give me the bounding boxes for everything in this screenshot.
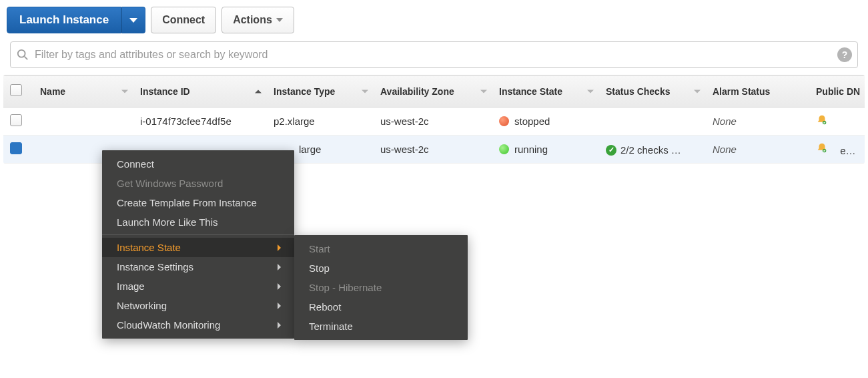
cell-state: running	[492, 136, 599, 164]
header-select-all[interactable]	[3, 75, 33, 108]
ctx-stop-hibernate: Stop - Hibernate	[294, 278, 468, 297]
cell-alarm: None	[706, 108, 809, 136]
table-header-row: Name Instance ID Instance Type Availabil…	[3, 75, 865, 108]
connect-button[interactable]: Connect	[151, 7, 216, 33]
header-instance-state[interactable]: Instance State	[492, 75, 599, 108]
cell-state: stopped	[492, 108, 599, 136]
alarm-bell-icon[interactable]	[816, 142, 828, 154]
row-checkbox[interactable]	[10, 142, 22, 154]
launch-instance-dropdown[interactable]	[121, 7, 145, 33]
ctx-connect[interactable]: Connect	[102, 154, 294, 174]
state-dot-icon	[499, 116, 509, 126]
header-status-checks[interactable]: Status Checks	[599, 75, 706, 108]
caret-down-icon	[129, 18, 137, 23]
sort-caret-icon	[480, 89, 487, 93]
header-availability-zone[interactable]: Availability Zone	[374, 75, 492, 108]
cell-az: us-west-2c	[374, 108, 492, 136]
cell-alarm: None	[706, 136, 809, 164]
header-instance-id[interactable]: Instance ID	[133, 75, 267, 108]
cell-alarm-icon[interactable]	[809, 108, 865, 136]
ctx-instance-settings[interactable]: Instance Settings	[102, 257, 294, 276]
cell-dns: ec2-54-20	[809, 136, 865, 164]
divider	[102, 234, 294, 235]
launch-instance-split-button: Launch Instance	[7, 7, 145, 33]
ctx-terminate[interactable]: Terminate	[294, 317, 468, 336]
ctx-start: Start	[294, 239, 468, 258]
ctx-get-windows-password: Get Windows Password	[102, 174, 294, 193]
sort-caret-icon	[694, 89, 701, 93]
cell-status-checks	[599, 108, 706, 136]
ctx-launch-more[interactable]: Launch More Like This	[102, 212, 294, 232]
caret-down-icon	[276, 18, 283, 22]
chevron-right-icon	[278, 303, 281, 309]
check-ok-icon: ✓	[606, 145, 616, 156]
help-icon[interactable]: ?	[837, 47, 852, 62]
header-instance-type[interactable]: Instance Type	[267, 75, 374, 108]
sort-caret-icon	[121, 89, 128, 93]
cell-instance-type: p2.xlarge	[267, 108, 374, 136]
search-icon	[16, 48, 29, 61]
sort-caret-icon	[362, 89, 368, 93]
cell-status-checks: ✓ 2/2 checks …	[599, 136, 706, 164]
chevron-right-icon	[278, 283, 281, 290]
svg-point-0	[18, 50, 25, 57]
sort-caret-icon	[587, 89, 594, 93]
chevron-right-icon	[278, 244, 281, 251]
header-name[interactable]: Name	[33, 75, 133, 108]
context-menu: Connect Get Windows Password Create Temp…	[102, 150, 294, 339]
ctx-networking[interactable]: Networking	[102, 296, 294, 315]
context-submenu-instance-state: Start Stop Stop - Hibernate Reboot Termi…	[294, 235, 468, 340]
header-alarm-status[interactable]: Alarm Status	[706, 75, 809, 108]
svg-line-1	[25, 57, 28, 60]
cell-name	[33, 108, 133, 136]
ctx-instance-state[interactable]: Instance State	[102, 238, 294, 257]
toolbar: Launch Instance Connect Actions	[0, 0, 868, 41]
actions-button[interactable]: Actions	[222, 7, 294, 33]
chevron-right-icon	[278, 322, 281, 329]
actions-label: Actions	[233, 14, 272, 26]
table-row[interactable]: i-0174f73cfee74df5e p2.xlarge us-west-2c…	[3, 108, 865, 136]
filter-input[interactable]	[35, 49, 832, 61]
ctx-create-template[interactable]: Create Template From Instance	[102, 193, 294, 212]
filter-bar: ?	[10, 41, 858, 68]
launch-instance-button[interactable]: Launch Instance	[7, 7, 121, 33]
cell-instance-id: i-0174f73cfee74df5e	[133, 108, 267, 136]
cell-az: us-west-2c	[374, 136, 492, 164]
ctx-reboot[interactable]: Reboot	[294, 297, 468, 317]
ctx-stop[interactable]: Stop	[294, 258, 468, 278]
select-all-checkbox[interactable]	[10, 84, 22, 96]
header-public-dns[interactable]: Public DN	[809, 75, 865, 108]
alarm-bell-icon	[816, 114, 828, 126]
ctx-cloudwatch[interactable]: CloudWatch Monitoring	[102, 315, 294, 335]
ctx-image[interactable]: Image	[102, 276, 294, 296]
sort-caret-up-icon	[255, 89, 262, 93]
chevron-right-icon	[278, 264, 281, 270]
row-checkbox[interactable]	[10, 114, 22, 126]
state-dot-icon	[499, 144, 509, 154]
